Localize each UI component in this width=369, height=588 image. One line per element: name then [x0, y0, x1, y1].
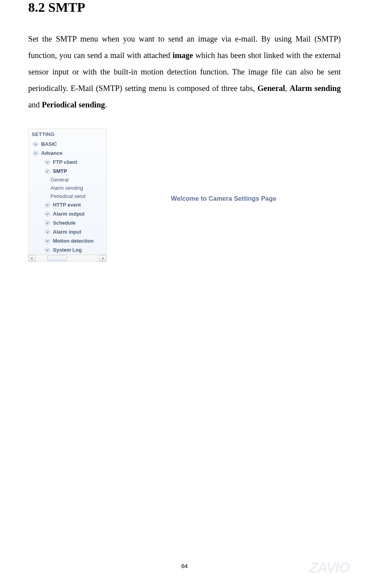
sidebar-item-label: Schedule: [53, 220, 76, 226]
text-bold-periodical: Periodical sending: [42, 100, 105, 109]
svg-point-1: [33, 151, 38, 156]
scroll-left-arrow-icon[interactable]: [29, 255, 36, 261]
svg-point-2: [45, 160, 50, 165]
chevron-down-icon: [44, 238, 51, 244]
sidebar-item-basic[interactable]: BASIC: [29, 140, 106, 149]
svg-point-0: [33, 142, 38, 147]
chevron-down-icon: [44, 169, 51, 174]
scroll-thumb[interactable]: [47, 256, 67, 261]
sidebar-item-label: Motion detection: [53, 238, 94, 244]
text-bold-general: General: [257, 84, 285, 93]
chevron-down-icon: [44, 160, 51, 165]
scroll-right-arrow-icon[interactable]: [99, 255, 106, 261]
text-run: ,: [285, 84, 290, 93]
sidebar-item-label: BASIC: [41, 141, 57, 147]
sidebar-item-label: HTTP event: [53, 202, 81, 208]
sidebar-item-alarm-input[interactable]: Alarm input: [40, 227, 106, 236]
sidebar-item-smtp-periodical[interactable]: Periodical send: [49, 192, 106, 200]
sidebar-item-label: Advance: [41, 150, 62, 156]
text-run: .: [105, 100, 107, 109]
sidebar-item-schedule[interactable]: Schedule: [40, 218, 106, 227]
svg-point-4: [45, 203, 50, 207]
svg-point-9: [45, 248, 50, 252]
settings-sidebar: SETTING BASIC Advance FTP client: [28, 129, 107, 262]
svg-point-7: [45, 230, 50, 234]
body-paragraph: Set the SMTP menu when you want to send …: [28, 31, 341, 113]
sidebar-item-label: Alarm sending: [51, 185, 83, 191]
svg-point-6: [45, 221, 50, 225]
sidebar-item-advance[interactable]: Advance: [29, 149, 106, 158]
sidebar-item-smtp[interactable]: SMTP: [40, 167, 106, 176]
sidebar-item-http-event[interactable]: HTTP event: [40, 200, 106, 209]
svg-point-8: [45, 239, 50, 243]
chevron-down-icon: [44, 247, 51, 253]
watermark-logo: ZAVIO: [309, 560, 349, 576]
chevron-down-icon: [44, 220, 51, 226]
sidebar-item-label: FTP client: [53, 159, 77, 165]
sidebar-item-smtp-alarm[interactable]: Alarm sending: [49, 184, 106, 192]
sidebar-item-ftp-client[interactable]: FTP client: [40, 158, 106, 167]
sidebar-item-label: General: [51, 177, 69, 183]
text-run: and: [28, 100, 42, 109]
text-bold-alarm: Alarm sending: [289, 84, 341, 93]
sidebar-item-system-log[interactable]: System Log: [40, 245, 106, 254]
chevron-down-icon: [33, 142, 39, 147]
sidebar-item-motion-detection[interactable]: Motion detection: [40, 236, 106, 245]
chevron-down-icon: [33, 151, 39, 156]
sidebar-item-label: Periodical send: [51, 193, 85, 199]
welcome-text: Welcome to Camera Settings Page: [107, 195, 341, 202]
sidebar-item-label: SMTP: [53, 168, 67, 174]
settings-screenshot: SETTING BASIC Advance FTP client: [28, 129, 341, 262]
chevron-down-icon: [44, 211, 51, 217]
settings-content: Welcome to Camera Settings Page: [107, 129, 341, 202]
sidebar-item-label: Alarm output: [53, 211, 85, 217]
sidebar-header: SETTING: [29, 129, 106, 140]
chevron-down-icon: [44, 229, 51, 235]
sidebar-item-label: Alarm input: [53, 229, 81, 235]
horizontal-scrollbar[interactable]: [29, 254, 106, 261]
sidebar-item-alarm-output[interactable]: Alarm output: [40, 209, 106, 218]
svg-point-3: [45, 169, 50, 174]
sidebar-item-label: System Log: [53, 247, 82, 253]
chevron-down-icon: [44, 202, 51, 208]
scroll-track[interactable]: [36, 255, 99, 261]
section-heading: 8.2 SMTP: [28, 0, 341, 15]
svg-point-5: [45, 212, 50, 216]
sidebar-item-smtp-general[interactable]: General: [49, 176, 106, 184]
text-bold-image: image: [173, 51, 193, 60]
